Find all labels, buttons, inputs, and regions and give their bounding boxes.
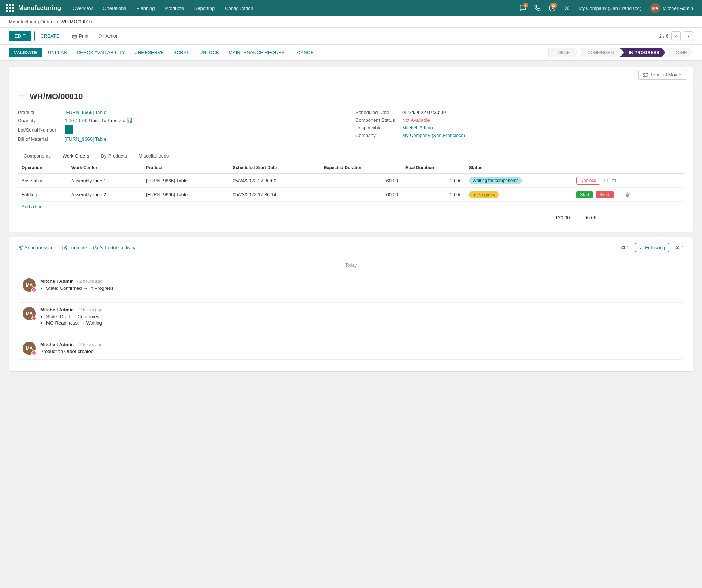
create-button[interactable]: CREATE	[34, 31, 66, 41]
component-status-value: Not Available	[402, 117, 430, 123]
message-header: Mitchell Admin · 2 hours ago	[40, 307, 679, 312]
log-note-button[interactable]: Log note	[62, 245, 87, 250]
company-name: My Company (San Francisco)	[575, 5, 644, 11]
phone-icon[interactable]	[532, 2, 543, 14]
unreserve-button[interactable]: UNRESERVE	[131, 48, 168, 57]
work-orders-table: Operation Work Center Product Scheduled …	[18, 162, 684, 202]
nav-planning[interactable]: Planning	[132, 0, 159, 16]
cell-operation: Folding	[18, 188, 68, 202]
edit-button[interactable]: EDIT	[9, 31, 31, 41]
top-card: Product Moves	[9, 67, 693, 83]
responsible-field: Responsible Mitchell Admin	[355, 124, 684, 132]
cancel-button[interactable]: CANCEL	[293, 48, 320, 57]
user-menu[interactable]: MA Mitchell Admin	[647, 3, 696, 13]
following-button[interactable]: Following	[635, 243, 669, 252]
breadcrumb-parent[interactable]: Manufacturing Orders	[9, 19, 55, 24]
cell-work-center: Assembly Line 1	[68, 174, 142, 188]
favorite-icon[interactable]: ☆	[18, 92, 25, 101]
cell-status: Waiting for components	[465, 174, 573, 188]
company-value[interactable]: My Company (San Francisco)	[402, 133, 465, 138]
cell-product: [FURN_9666] Table	[142, 188, 229, 202]
bom-field: Bill of Material [FURN_9666] Table	[18, 135, 347, 143]
message-avatar: MA	[23, 307, 36, 320]
action-block-button[interactable]: Block	[596, 191, 614, 198]
breadcrumb-current: WH/MO/00010	[60, 19, 92, 24]
col-product: Product	[142, 162, 229, 174]
quantity-to-produce: To Produce	[101, 118, 125, 123]
table-footer: 120:00 00:06	[18, 212, 684, 223]
cell-operation: Assembly	[18, 174, 68, 188]
scheduled-date-label: Scheduled Date	[355, 110, 399, 115]
schedule-activity-button[interactable]: Schedule activity	[93, 245, 135, 250]
nav-operations[interactable]: Operations	[98, 0, 131, 16]
send-message-button[interactable]: Send message	[18, 245, 56, 250]
table-header-row: Operation Work Center Product Scheduled …	[18, 162, 684, 174]
open-detail-button[interactable]: □	[603, 177, 609, 184]
validate-button[interactable]: VALIDATE	[9, 48, 42, 57]
status-bar: VALIDATE UNPLAN CHECK AVAILABILITY UNRES…	[0, 45, 702, 61]
product-label: Product	[18, 110, 62, 115]
quantity-label: Quantity	[18, 118, 62, 123]
unlock-button[interactable]: UNLOCK	[196, 48, 223, 57]
messages-container: MA Mitchell Admin · 2 hours ago State: C…	[18, 274, 684, 360]
product-value[interactable]: [FURN_9666] Table	[65, 110, 106, 115]
discuss-count: 7	[523, 3, 528, 8]
nav-overview[interactable]: Overview	[68, 0, 97, 16]
open-detail-button[interactable]: □	[616, 191, 622, 198]
scrap-button[interactable]: SCRAP	[170, 48, 193, 57]
breadcrumb: Manufacturing Orders / WH/MO/00010	[0, 16, 702, 28]
quantity-planned[interactable]: 1.00	[78, 118, 87, 123]
app-name: Manufacturing	[18, 4, 61, 12]
tab-miscellaneous[interactable]: Miscellaneous	[133, 150, 174, 162]
component-status-field: Component Status Not Available	[355, 116, 684, 124]
next-record-button[interactable]: ›	[684, 31, 693, 41]
svg-point-4	[101, 35, 102, 37]
svg-point-8	[677, 246, 679, 248]
bom-label: Bill of Material	[18, 136, 62, 142]
fields-grid: Product [FURN_9666] Table Quantity 1.00 …	[18, 109, 684, 143]
app-logo[interactable]: Manufacturing	[6, 4, 61, 12]
left-fields: Product [FURN_9666] Table Quantity 1.00 …	[18, 109, 347, 143]
tab-work-orders[interactable]: Work Orders	[57, 150, 95, 162]
unplan-button[interactable]: UNPLAN	[44, 48, 71, 57]
total-expected: 120:00	[555, 215, 570, 220]
settings-icon[interactable]	[561, 2, 573, 14]
message-item: MA Mitchell Admin · 2 hours ago State: D…	[18, 302, 684, 331]
tab-components[interactable]: Components	[18, 150, 57, 162]
nav-products[interactable]: Products	[161, 0, 188, 16]
product-moves-button[interactable]: Product Moves	[638, 70, 687, 80]
total-real: 00:06	[584, 215, 596, 220]
cell-actions: Unblock □ 🗑	[573, 174, 684, 188]
quantity-slash: /	[75, 118, 77, 123]
check-availability-button[interactable]: CHECK AVAILABILITY	[73, 48, 129, 57]
nav-right: 7 27 My Company (San Francisco) MA Mitch…	[517, 2, 696, 14]
action-button[interactable]: Action	[95, 31, 122, 41]
quantity-field: Quantity 1.00 / 1.00 Units To Produce 📊	[18, 116, 347, 124]
maintenance-request-button[interactable]: MAINTENANCE REQUEST	[225, 48, 291, 57]
action-label: Action	[105, 33, 118, 39]
cell-work-center: Assembly Line 2	[68, 188, 142, 202]
responsible-value[interactable]: Mitchell Admin	[402, 125, 433, 130]
delete-row-button[interactable]: 🗑	[624, 191, 632, 198]
action-start-button[interactable]: Start	[576, 191, 593, 198]
product-field: Product [FURN_9666] Table	[18, 109, 347, 116]
col-status: Status	[465, 162, 573, 174]
print-button[interactable]: Print	[68, 31, 92, 41]
lot-serial-button[interactable]: +	[65, 125, 73, 134]
activity-icon[interactable]: 27	[546, 2, 558, 14]
product-moves-label: Product Moves	[650, 72, 682, 77]
lot-serial-field: Lot/Serial Number +	[18, 124, 347, 135]
prev-record-button[interactable]: ‹	[671, 31, 681, 41]
delete-row-button[interactable]: 🗑	[610, 177, 618, 184]
add-line-button[interactable]: Add a line	[18, 202, 46, 212]
cell-real-duration: 00:06	[402, 188, 465, 202]
scheduled-date-value: 05/24/2022 07:30:00	[402, 110, 446, 115]
forecast-button[interactable]: 📊	[127, 117, 133, 123]
action-unblock-button[interactable]: Unblock	[576, 177, 600, 185]
bom-value[interactable]: [FURN_9666] Table	[65, 136, 106, 142]
breadcrumb-separator: /	[57, 19, 58, 24]
tab-by-products[interactable]: By-Products	[95, 150, 133, 162]
nav-configuration[interactable]: Configuration	[220, 0, 257, 16]
nav-reporting[interactable]: Reporting	[190, 0, 219, 16]
discuss-icon[interactable]: 7	[517, 2, 529, 14]
